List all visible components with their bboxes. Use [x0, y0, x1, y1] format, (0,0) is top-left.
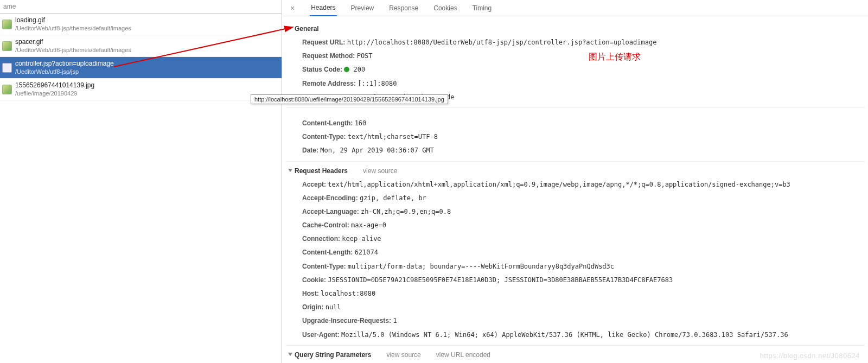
- header-row: Accept: text/html,application/xhtml+xml,…: [286, 178, 865, 192]
- header-value: Mozilla/5.0 (Windows NT 6.1; Win64; x64)…: [341, 331, 788, 339]
- header-key: Origin:: [302, 303, 326, 311]
- header-row: Content-Length: 621074: [286, 246, 865, 259]
- image-icon: [2, 85, 12, 94]
- header-value: null: [326, 303, 341, 311]
- view-source-link[interactable]: view source: [386, 351, 420, 359]
- request-path: /UeditorWeb/utf8-jsp/themes/default/imag…: [15, 24, 131, 33]
- status-dot-icon: [344, 67, 349, 72]
- header-key: Content-Type:: [302, 133, 348, 141]
- header-key: Remote Address:: [302, 80, 358, 87]
- request-row[interactable]: spacer.gif/UeditorWeb/utf8-jsp/themes/de…: [0, 35, 282, 57]
- tab-bar: × HeadersPreviewResponseCookiesTiming: [283, 0, 868, 16]
- hover-tooltip: http://localhost:8080/uefile/image/20190…: [251, 94, 448, 104]
- request-name: loading.gif: [15, 16, 131, 24]
- section-title[interactable]: Request Headersview source: [286, 162, 865, 178]
- header-row: Remote Address: [::1]:8080: [286, 77, 865, 91]
- header-key: Cookie:: [302, 276, 328, 284]
- request-row[interactable]: loading.gif/UeditorWeb/utf8-jsp/themes/d…: [0, 14, 282, 35]
- tab-response[interactable]: Response: [388, 1, 419, 16]
- header-row: User-Agent: Mozilla/5.0 (Windows NT 6.1;…: [286, 328, 865, 342]
- header-row: Content-Type: multipart/form-data; bound…: [286, 260, 865, 273]
- request-path: /UeditorWeb/utf8-jsp/themes/default/imag…: [15, 46, 131, 54]
- header-value: keep-alive: [342, 235, 381, 243]
- request-name: spacer.gif: [15, 37, 131, 46]
- header-row: Connection: keep-alive: [286, 232, 865, 246]
- header-value: Mon, 29 Apr 2019 08:36:07 GMT: [320, 147, 434, 154]
- header-key: Status Code:: [302, 66, 344, 73]
- header-key: Cache-Control:: [302, 221, 351, 229]
- requests-header: ame: [0, 0, 282, 14]
- header-key: User-Agent:: [302, 331, 341, 339]
- header-key: Connection:: [302, 235, 342, 243]
- header-row: Status Code: 200: [286, 63, 865, 77]
- header-row: Accept-Encoding: gzip, deflate, br: [286, 192, 865, 205]
- view-source-link[interactable]: view source: [363, 167, 397, 175]
- image-icon: [2, 41, 12, 51]
- header-value: 1: [393, 317, 397, 324]
- collapse-icon: [288, 169, 292, 172]
- request-name: 1556526967441014139.jpg: [15, 81, 94, 90]
- header-key: Upgrade-Insecure-Requests:: [302, 317, 393, 324]
- header-key: Host:: [302, 290, 321, 297]
- header-key: Accept:: [302, 181, 328, 188]
- header-key: Content-Length:: [302, 119, 355, 127]
- header-value: 621074: [355, 249, 378, 256]
- request-list: loading.gif/UeditorWeb/utf8-jsp/themes/d…: [0, 14, 282, 100]
- header-key: Accept-Language:: [302, 208, 361, 215]
- header-value: 160: [355, 119, 367, 127]
- collapse-icon: [288, 353, 292, 356]
- annotation-text: 图片上传请求: [589, 52, 641, 63]
- header-row: Accept-Language: zh-CN,zh;q=0.9,en;q=0.8: [286, 205, 865, 219]
- header-key: Date:: [302, 147, 320, 154]
- header-row: Content-Length: 160: [286, 117, 865, 130]
- header-value: multipart/form-data; boundary=----WebKit…: [348, 263, 614, 270]
- close-icon[interactable]: ×: [288, 4, 297, 12]
- header-key: Request URL:: [302, 39, 347, 46]
- watermark: https://blog.csdn.net/J080624: [760, 352, 860, 360]
- details-panel: × HeadersPreviewResponseCookiesTiming Ge…: [283, 0, 868, 363]
- header-value: POST: [357, 52, 373, 60]
- image-icon: [2, 20, 12, 29]
- request-row[interactable]: 1556526967441014139.jpg/uefile/image/201…: [0, 79, 282, 100]
- header-value: text/html;charset=UTF-8: [348, 133, 438, 141]
- header-row: Origin: null: [286, 301, 865, 314]
- request-row[interactable]: controller.jsp?action=uploadimage/Uedito…: [0, 57, 282, 79]
- request-path: /UeditorWeb/utf8-jsp/jsp: [15, 68, 114, 76]
- header-value: 200: [344, 66, 365, 73]
- header-row: Date: Mon, 29 Apr 2019 08:36:07 GMT: [286, 144, 865, 157]
- tab-cookies[interactable]: Cookies: [432, 1, 458, 16]
- request-name: controller.jsp?action=uploadimage: [15, 59, 114, 68]
- header-row: Request Method: POST: [286, 49, 865, 63]
- requests-panel: ame loading.gif/UeditorWeb/utf8-jsp/them…: [0, 0, 282, 363]
- header-row: Upgrade-Insecure-Requests: 1: [286, 314, 865, 328]
- tab-timing[interactable]: Timing: [471, 1, 493, 16]
- headers-detail: GeneralRequest URL: http://localhost:808…: [283, 16, 868, 363]
- header-key: Content-Length:: [302, 249, 355, 256]
- document-icon: [2, 63, 12, 73]
- header-value: zh-CN,zh;q=0.9,en;q=0.8: [361, 208, 451, 215]
- request-path: /uefile/image/20190429: [15, 90, 94, 98]
- header-value: localhost:8080: [321, 290, 375, 297]
- header-value: [::1]:8080: [358, 80, 397, 87]
- header-row: Cookie: JSESSIONID=0D5E79A21C98E5095F0E7…: [286, 273, 865, 287]
- header-key: Request Method:: [302, 52, 357, 60]
- header-row: Content-Type: text/html;charset=UTF-8: [286, 130, 865, 144]
- header-key: Accept-Encoding:: [302, 194, 360, 202]
- header-value: text/html,application/xhtml+xml,applicat…: [328, 181, 790, 188]
- header-value: JSESSIONID=0D5E79A21C98E5095F0E74E18E1A0…: [328, 276, 673, 284]
- header-row: Request URL: http://localhost:8080/Uedit…: [286, 36, 865, 49]
- header-row: Host: localhost:8080: [286, 287, 865, 301]
- section-title[interactable]: General: [286, 20, 865, 36]
- tab-headers[interactable]: Headers: [310, 0, 336, 16]
- collapse-icon: [288, 27, 292, 30]
- tab-preview[interactable]: Preview: [350, 1, 375, 16]
- header-row: Cache-Control: max-age=0: [286, 219, 865, 232]
- header-key: Content-Type:: [302, 263, 348, 270]
- view-source-link[interactable]: view URL encoded: [436, 351, 490, 359]
- header-value: max-age=0: [351, 221, 386, 229]
- header-value: http://localhost:8080/UeditorWeb/utf8-js…: [347, 39, 657, 46]
- header-value: gzip, deflate, br: [360, 194, 426, 202]
